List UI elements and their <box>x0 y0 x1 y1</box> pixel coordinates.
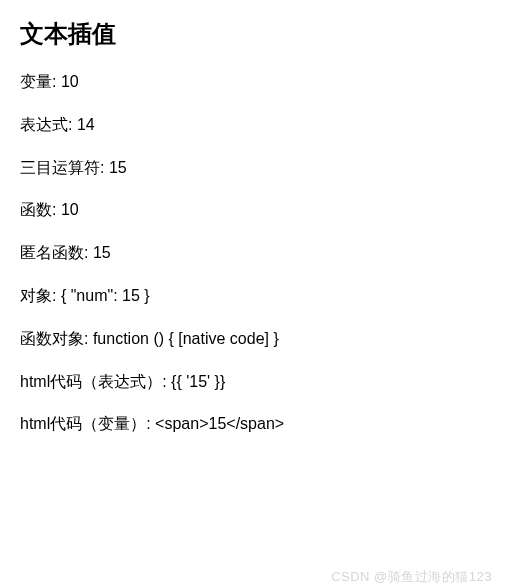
line-object: 对象: { "num": 15 } <box>20 286 492 307</box>
watermark: CSDN @骑鱼过海的猫123 <box>331 568 492 586</box>
line-html-expression: html代码（表达式）: {{ '15' }} <box>20 372 492 393</box>
line-ternary: 三目运算符: 15 <box>20 158 492 179</box>
line-html-variable: html代码（变量）: <span>15</span> <box>20 414 492 435</box>
line-anon-function: 匿名函数: 15 <box>20 243 492 264</box>
page-title: 文本插值 <box>20 18 492 50</box>
line-func-object: 函数对象: function () { [native code] } <box>20 329 492 350</box>
line-variable: 变量: 10 <box>20 72 492 93</box>
line-expression: 表达式: 14 <box>20 115 492 136</box>
line-function: 函数: 10 <box>20 200 492 221</box>
